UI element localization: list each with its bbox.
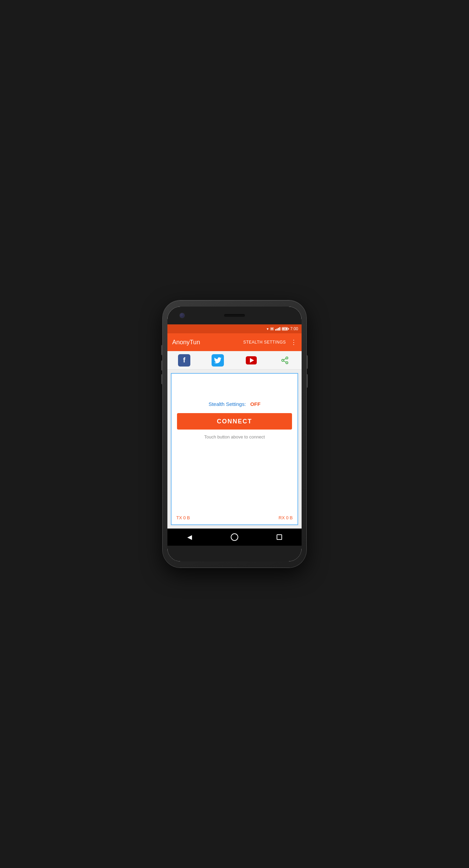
signal-icon	[275, 327, 280, 331]
app-bar-actions: STEALTH SETTINGS ⋮	[243, 339, 297, 345]
svg-point-3	[282, 359, 284, 361]
camera-icon	[180, 313, 185, 318]
twitter-button[interactable]	[212, 354, 224, 367]
svg-line-6	[284, 358, 286, 360]
svg-line-5	[284, 361, 286, 362]
back-button[interactable]: ◀	[183, 530, 197, 544]
home-icon	[231, 533, 238, 541]
stealth-settings-button[interactable]: STEALTH SETTINGS	[243, 340, 286, 345]
twitter-icon	[214, 357, 221, 363]
svg-point-4	[286, 362, 288, 364]
facebook-button[interactable]: f	[178, 354, 190, 367]
recents-icon	[277, 534, 282, 540]
share-button[interactable]	[279, 354, 291, 367]
stealth-status: Stealth Settings: OFF	[208, 401, 261, 407]
connect-button[interactable]: CONNECT	[177, 413, 292, 430]
more-options-icon[interactable]: ⋮	[291, 339, 297, 345]
stealth-label: Stealth Settings:	[208, 401, 246, 407]
app-title: AnonyTun	[172, 339, 243, 346]
connection-box: Stealth Settings: OFF CONNECT Touch butt…	[171, 373, 298, 525]
share-icon	[281, 356, 289, 364]
bottom-bezel	[167, 546, 302, 561]
speaker	[224, 314, 245, 317]
touch-hint: Touch button above to connect	[204, 434, 265, 439]
social-bar: f	[167, 351, 302, 370]
screen-content: ▾ H 100	[167, 324, 302, 546]
youtube-icon	[246, 356, 257, 364]
youtube-button[interactable]	[245, 354, 257, 367]
phone-screen: ▾ H 100	[167, 307, 302, 561]
recents-button[interactable]	[272, 530, 286, 544]
svg-point-2	[286, 357, 288, 359]
top-bezel	[167, 307, 302, 324]
status-icons: ▾ H 100	[267, 326, 298, 331]
wifi-icon: ▾	[267, 327, 269, 331]
stealth-value: OFF	[250, 401, 261, 407]
status-time: 7:00	[290, 326, 298, 331]
home-button[interactable]	[228, 530, 241, 544]
main-content: Stealth Settings: OFF CONNECT Touch butt…	[167, 370, 302, 529]
rx-label: RX 0 B	[279, 515, 293, 520]
battery-icon: 100	[282, 327, 288, 331]
app-bar: AnonyTun STEALTH SETTINGS ⋮	[167, 333, 302, 351]
bottom-nav: ◀	[167, 529, 302, 546]
tx-label: TX 0 B	[176, 515, 190, 520]
status-bar: ▾ H 100	[167, 324, 302, 333]
phone-device: ▾ H 100	[163, 300, 306, 568]
h-network-icon: H	[270, 327, 274, 331]
